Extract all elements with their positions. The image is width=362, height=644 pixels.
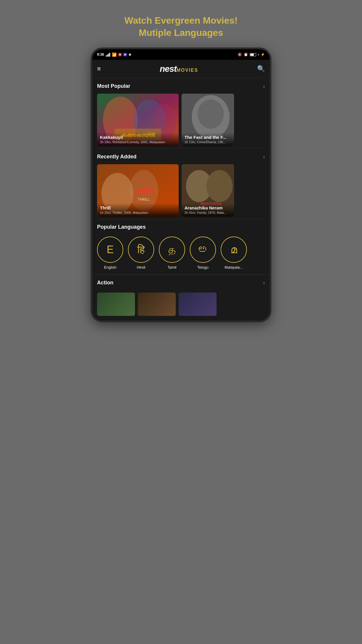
most-popular-arrow[interactable]: ›	[263, 83, 265, 90]
language-item-malayalam[interactable]: മ Malayala...	[221, 237, 247, 270]
logo-nest: nest	[160, 64, 177, 74]
svg-text:THRILL: THRILL	[138, 197, 150, 202]
status-bar: 9:36 📶 ■ ■ ⊕ 🔇 ⏰ ⚡	[92, 49, 270, 60]
wifi-icon: 📶	[112, 52, 117, 57]
language-label-tamil: Tamil	[168, 265, 176, 270]
mute-icon: 🔇	[238, 52, 242, 57]
language-circle-english[interactable]: E	[97, 237, 123, 263]
most-popular-title: Most Popular	[97, 83, 130, 89]
svg-text:തിൽ: തിൽ	[136, 187, 153, 195]
recently-added-title: Recently Added	[97, 154, 136, 160]
language-symbol-tamil: த	[168, 244, 176, 256]
language-item-hindi[interactable]: हि Hindi	[128, 237, 154, 270]
app-header: ≡ nest MOVIES 🔍	[92, 60, 270, 78]
language-circle-malayalam[interactable]: മ	[221, 237, 247, 263]
search-button[interactable]: 🔍	[257, 65, 265, 73]
charging-icon: ⚡	[261, 52, 265, 57]
language-item-english[interactable]: E English	[97, 237, 123, 270]
signal-icon	[106, 52, 110, 57]
recently-added-header: Recently Added ›	[97, 153, 265, 160]
recently-added-row: തിൽ THRILL Thrill 1h 25m, Thriller, 2008…	[97, 164, 265, 217]
movie-card-overlay-kakkakuyil: Kakkakuyil 2h 29m, Romance/Comedy, 2001,…	[97, 132, 179, 146]
alarm-icon: ⏰	[244, 52, 248, 57]
movie-card-overlay-fast: The Fast and the F... 1h 13m, Crime/Dram…	[182, 132, 234, 146]
svg-point-8	[198, 99, 224, 129]
recently-added-arrow[interactable]: ›	[263, 153, 265, 160]
language-circle-hindi[interactable]: हि	[128, 237, 154, 263]
action-thumb-1[interactable]	[97, 293, 135, 316]
movie-card-kakkakuyil[interactable]: കക്കകൊയ്ൽ Kakkakuyil 2h 29m, Romance/Com…	[97, 94, 179, 146]
promo-title: Watch Evergreen Movies! Mutiple Language…	[124, 15, 238, 39]
action-thumb-2[interactable]	[138, 293, 176, 316]
app-icon-status: ⊕	[129, 53, 131, 57]
movie-meta-kakkakuyil: 2h 29m, Romance/Comedy, 2001, Malayalam	[100, 140, 176, 144]
language-symbol-malayalam: മ	[231, 244, 237, 256]
language-label-english: English	[104, 265, 117, 270]
language-circle-telugu[interactable]: అ	[190, 237, 216, 263]
language-label-telugu: Telugu	[197, 265, 208, 270]
movie-card-overlay-thrill: Thrill 1h 25m, Thriller, 2008, Malayalam	[97, 203, 179, 217]
popular-languages-header: Popular Languages	[97, 224, 265, 230]
movie-title-thrill: Thrill	[100, 205, 176, 210]
app-logo: nest MOVIES	[160, 64, 198, 74]
movie-card-overlay-aranazhika: Aranazhika Neram 2h 41m, Family, 1970, M…	[182, 203, 234, 217]
movie-card-fast[interactable]: The Fast and the F... 1h 13m, Crime/Dram…	[182, 94, 234, 146]
movie-meta-thrill: 1h 25m, Thriller, 2008, Malayalam	[100, 211, 176, 214]
languages-row: E English हि Hindi த Tamil అ	[97, 234, 265, 272]
action-section: Action ›	[92, 274, 270, 293]
language-circle-tamil[interactable]: த	[159, 237, 185, 263]
phone-frame: 9:36 📶 ■ ■ ⊕ 🔇 ⏰ ⚡ ≡ nest MOVI	[91, 48, 271, 322]
movie-title-fast: The Fast and the F...	[184, 135, 231, 140]
svg-point-17	[206, 170, 233, 202]
app-badge-blue: ■	[123, 53, 126, 56]
time-display: 9:36	[97, 52, 104, 57]
language-symbol-telugu: అ	[198, 244, 208, 256]
movie-title-aranazhika: Aranazhika Neram	[184, 205, 231, 210]
action-thumbnails-row	[92, 293, 270, 321]
logo-movies: MOVIES	[177, 68, 198, 73]
battery-tip	[258, 54, 259, 55]
movie-card-aranazhika[interactable]: അരനാഴിക Aranazhika Neram 2h 41m, Family,…	[182, 164, 234, 217]
most-popular-header: Most Popular ›	[97, 83, 265, 90]
popular-languages-title: Popular Languages	[97, 224, 146, 230]
action-arrow[interactable]: ›	[263, 279, 265, 286]
action-title: Action	[97, 280, 113, 286]
language-label-hindi: Hindi	[137, 265, 145, 270]
movie-card-thrill[interactable]: തിൽ THRILL Thrill 1h 25m, Thriller, 2008…	[97, 164, 179, 217]
language-symbol-english: E	[107, 244, 114, 256]
language-symbol-hindi: हि	[137, 244, 145, 256]
action-thumb-3[interactable]	[179, 293, 217, 316]
app-badge-red: ■	[118, 53, 122, 56]
most-popular-row: കക്കകൊയ്ൽ Kakkakuyil 2h 29m, Romance/Com…	[97, 94, 265, 146]
language-label-malayalam: Malayala...	[225, 265, 243, 270]
hamburger-menu-button[interactable]: ≡	[97, 65, 101, 73]
language-item-telugu[interactable]: అ Telugu	[190, 237, 216, 270]
most-popular-section: Most Popular ›	[92, 78, 270, 148]
battery-icon	[250, 53, 256, 56]
movie-title-kakkakuyil: Kakkakuyil	[100, 135, 176, 140]
recently-added-section: Recently Added ›	[92, 149, 270, 219]
language-item-tamil[interactable]: த Tamil	[159, 237, 185, 270]
movie-meta-fast: 1h 13m, Crime/Drama, 195...	[184, 140, 231, 144]
popular-languages-section: Popular Languages E English हि Hindi த	[92, 219, 270, 274]
action-header: Action ›	[97, 279, 265, 286]
movie-meta-aranazhika: 2h 41m, Family, 1970, Mala...	[184, 211, 231, 214]
